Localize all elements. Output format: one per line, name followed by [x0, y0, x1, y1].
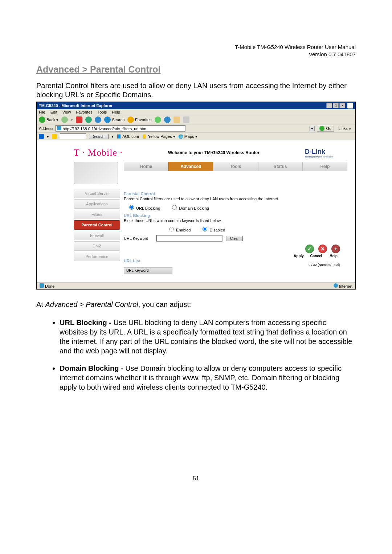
address-input[interactable]: http://192.168.0.1/Advanced/adv_filters_…	[56, 125, 185, 132]
url-list-column-header: URL Keyword	[124, 267, 172, 274]
go-button[interactable]: Go	[317, 125, 334, 132]
links-label[interactable]: Links »	[336, 126, 353, 131]
aol-icon	[39, 134, 44, 139]
ie-window: TM-G5240 - Microsoft Internet Explorer _…	[36, 102, 356, 290]
url-list-heading: URL List	[124, 259, 347, 263]
help-button[interactable]: +	[331, 245, 340, 253]
ie-menubar: FFileile Edit View Favorites Tools Help	[37, 109, 355, 115]
bullet-url-blocking: URL Blocking - Use URL blocking to deny …	[60, 318, 356, 356]
cancel-label: Cancel	[310, 254, 323, 258]
sidebar-dmz[interactable]: DMZ	[74, 241, 120, 251]
ie-addressbar: Address http://192.168.0.1/Advanced/adv_…	[37, 124, 355, 132]
tab-help[interactable]: Help	[303, 162, 347, 171]
home-icon[interactable]	[95, 116, 101, 123]
menu-favorites[interactable]: Favorites	[76, 110, 92, 114]
internet-zone-icon	[334, 283, 338, 288]
aol-toolbar: ▾ Search ▾ 📘 AOL.com 📒 Yellow Pages ▾ 🌐 …	[37, 132, 355, 140]
sidebar-applications[interactable]: Applications	[74, 199, 120, 209]
doc-header-line2: Version 0.7 041807	[36, 51, 356, 58]
cancel-button[interactable]: ✕	[318, 245, 327, 253]
radio-domain-blocking[interactable]: Domain Blocking	[170, 204, 209, 210]
refresh-icon[interactable]	[85, 116, 92, 123]
doc-header: T-Mobile TM-G5240 Wireless Router User M…	[36, 44, 356, 58]
status-zone: Internet	[334, 283, 352, 288]
radio-url-blocking[interactable]: URL Blocking	[127, 204, 160, 210]
url-keyword-label: URL Keyword	[124, 236, 153, 241]
dlink-logo: D-Link Building Networks for People	[305, 148, 344, 158]
router-product-image	[74, 162, 118, 184]
url-blocking-heading: URL Blocking	[124, 213, 347, 218]
tab-tools[interactable]: Tools	[213, 162, 258, 171]
page-icon	[40, 283, 44, 288]
ie-statusbar: Done Internet	[37, 282, 355, 289]
sidebar-firewall[interactable]: Firewall	[74, 231, 120, 240]
clear-button[interactable]: Clear	[226, 236, 243, 241]
print-icon[interactable]	[183, 116, 189, 123]
radio-enabled-input[interactable]	[169, 227, 174, 231]
outro-text: At Advanced > Parental Control, you can …	[36, 300, 356, 309]
ie-toolbar: Back ▾ ▾ Search Favorites	[37, 115, 355, 124]
ie-titlebar: TM-G5240 - Microsoft Internet Explorer _…	[37, 102, 355, 109]
forward-icon[interactable]	[61, 116, 68, 123]
sidebar-parental-control[interactable]: Parental Control	[74, 220, 120, 230]
status-done: Done	[40, 283, 54, 288]
favorites-button[interactable]: Favorites	[127, 116, 151, 123]
radio-domain-blocking-input[interactable]	[172, 205, 177, 210]
star-icon	[127, 116, 134, 123]
router-sidebar: Virtual Server Applications Filters Pare…	[74, 162, 124, 279]
router-tabs: Home Advanced Tools Status Help	[124, 162, 347, 171]
menu-file[interactable]: FFileile	[39, 110, 45, 114]
apply-button[interactable]: ✓	[305, 245, 314, 253]
doc-header-line1: T-Mobile TM-G5240 Wireless Router User M…	[36, 44, 356, 51]
aim-icon	[52, 134, 57, 139]
page-number: 51	[36, 475, 356, 482]
help-label: Help	[327, 254, 340, 258]
stop-icon[interactable]	[76, 116, 82, 123]
page-icon	[57, 126, 61, 130]
sidebar-filters[interactable]: Filters	[74, 210, 120, 219]
ie-title-text: TM-G5240 - Microsoft Internet Explorer	[39, 103, 113, 108]
address-label: Address	[39, 126, 53, 131]
ie-logo-icon	[347, 103, 353, 108]
url-list-count: 0 / 32 (Number/ Total)	[124, 263, 340, 267]
bullet-list: URL Blocking - Use URL blocking to deny …	[36, 318, 356, 392]
radio-disabled[interactable]: Disabled	[201, 226, 225, 232]
bullet-domain-blocking: Domain Blocking - Use Domain blocking to…	[60, 364, 356, 392]
parental-control-heading: Parental Control	[124, 192, 347, 196]
menu-tools[interactable]: Tools	[98, 110, 107, 114]
search-button[interactable]: Search	[104, 116, 124, 123]
close-button[interactable]: ×	[339, 103, 345, 108]
back-button[interactable]: Back ▾	[39, 116, 58, 123]
router-main-panel: Home Advanced Tools Status Help Parental…	[124, 162, 347, 279]
search-icon	[104, 116, 111, 123]
apply-label: Apply	[292, 254, 305, 258]
tab-home[interactable]: Home	[124, 162, 168, 171]
tmobile-logo: T · Mobile ·	[74, 147, 123, 158]
sidebar-virtual-server[interactable]: Virtual Server	[74, 189, 120, 198]
yp-link[interactable]: 📒 Yellow Pages ▾	[142, 134, 175, 139]
menu-edit[interactable]: Edit	[50, 110, 57, 114]
back-icon	[39, 116, 45, 123]
history-icon[interactable]	[164, 116, 171, 123]
media-icon[interactable]	[155, 116, 161, 123]
sidebar-performance[interactable]: Performance	[74, 252, 120, 261]
maps-link[interactable]: 🌐 Maps ▾	[178, 134, 197, 139]
menu-view[interactable]: View	[62, 110, 71, 114]
url-blocking-desc: Block those URLs which contain keywords …	[124, 218, 347, 223]
address-dropdown[interactable]: ▾	[310, 126, 315, 131]
url-keyword-input[interactable]	[156, 235, 222, 242]
radio-url-blocking-input[interactable]	[129, 205, 134, 210]
parental-control-desc: Parental Control filters are used to all…	[124, 197, 347, 201]
radio-enabled[interactable]: Enabled	[167, 226, 191, 232]
menu-help[interactable]: Help	[112, 110, 120, 114]
radio-disabled-input[interactable]	[203, 227, 207, 231]
maximize-button[interactable]: □	[333, 103, 339, 108]
aol-search-btn[interactable]: Search	[89, 134, 109, 139]
mail-icon[interactable]	[173, 116, 180, 123]
minimize-button[interactable]: _	[326, 103, 332, 108]
aol-search-input[interactable]	[60, 134, 86, 139]
tab-advanced[interactable]: Advanced	[168, 162, 213, 171]
tab-status[interactable]: Status	[258, 162, 303, 171]
aol-link[interactable]: 📘 AOL.com	[117, 134, 139, 139]
intro-text: Parental Control filters are used to all…	[36, 81, 356, 99]
